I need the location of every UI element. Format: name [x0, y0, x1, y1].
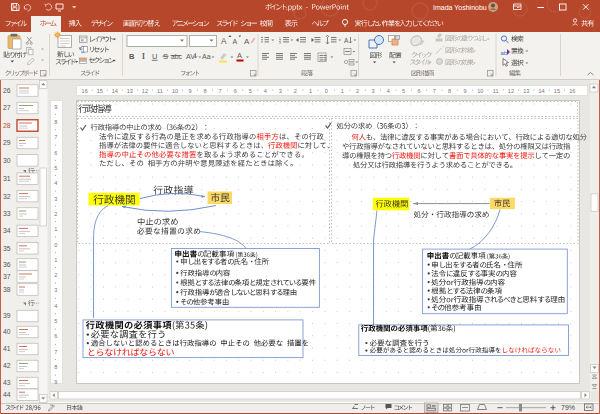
svg-text:42: 42 — [3, 362, 11, 369]
svg-text:7: 7 — [54, 349, 57, 355]
svg-text:Imada Yoshinobu: Imada Yoshinobu — [433, 4, 487, 11]
svg-text:6: 6 — [54, 333, 57, 339]
svg-text:79%: 79% — [561, 404, 575, 411]
svg-text:B: B — [129, 52, 135, 61]
svg-text:3: 3 — [54, 287, 57, 293]
svg-text:30: 30 — [3, 157, 11, 164]
svg-text:9: 9 — [54, 104, 57, 110]
svg-text:6: 6 — [54, 150, 57, 156]
svg-text:3: 3 — [279, 88, 282, 94]
svg-text:4: 4 — [54, 180, 57, 186]
svg-text:41: 41 — [3, 345, 11, 352]
svg-text:40: 40 — [3, 328, 11, 335]
svg-text:7: 7 — [54, 134, 57, 140]
svg-text:7: 7 — [219, 88, 222, 94]
svg-text:2: 2 — [54, 211, 57, 217]
svg-text:5: 5 — [249, 88, 252, 94]
svg-text:9: 9 — [54, 379, 57, 385]
svg-text:35: 35 — [3, 245, 11, 252]
svg-text:9: 9 — [188, 88, 191, 94]
svg-text:15: 15 — [97, 88, 103, 94]
svg-text:4: 4 — [54, 303, 57, 309]
svg-text:4: 4 — [264, 88, 267, 94]
svg-text:37: 37 — [3, 273, 11, 280]
svg-text:7: 7 — [433, 88, 436, 94]
svg-text:4: 4 — [387, 88, 390, 94]
svg-text:12: 12 — [508, 88, 514, 94]
svg-text:1: 1 — [54, 226, 57, 232]
svg-text:3: 3 — [371, 88, 374, 94]
svg-text:26: 26 — [3, 87, 11, 94]
svg-text:16: 16 — [82, 88, 88, 94]
svg-text:Aa: Aa — [202, 53, 211, 60]
svg-text:8: 8 — [54, 364, 57, 370]
svg-text:6: 6 — [417, 88, 420, 94]
svg-text:3: 3 — [279, 41, 281, 45]
svg-text:11: 11 — [157, 88, 163, 94]
svg-text:14: 14 — [112, 88, 118, 94]
svg-text:14: 14 — [539, 88, 545, 94]
svg-text:A: A — [233, 38, 238, 45]
svg-text:36: 36 — [3, 261, 11, 268]
svg-text:U: U — [152, 52, 157, 61]
svg-text:13: 13 — [127, 88, 133, 94]
svg-text:10: 10 — [477, 88, 483, 94]
svg-text:39: 39 — [3, 312, 11, 319]
svg-text:abc: abc — [171, 53, 183, 60]
svg-text:10: 10 — [172, 88, 178, 94]
svg-text:5: 5 — [54, 318, 57, 324]
svg-text:2: 2 — [54, 272, 57, 278]
svg-text:6: 6 — [234, 88, 237, 94]
svg-text:8: 8 — [54, 119, 57, 125]
svg-text:3: 3 — [54, 196, 57, 202]
svg-text:A: A — [344, 37, 349, 44]
svg-text:15: 15 — [554, 88, 560, 94]
svg-text:A: A — [244, 37, 250, 46]
svg-text:34: 34 — [3, 227, 11, 234]
svg-text:11: 11 — [493, 88, 499, 94]
svg-text:44: 44 — [3, 391, 11, 398]
svg-text:0: 0 — [325, 88, 328, 94]
svg-text:2: 2 — [294, 88, 297, 94]
svg-text:8: 8 — [448, 88, 451, 94]
svg-text:1: 1 — [341, 88, 344, 94]
svg-text:1: 1 — [54, 257, 57, 263]
svg-text:38: 38 — [3, 286, 11, 293]
svg-text:5: 5 — [54, 165, 57, 171]
svg-text:16: 16 — [569, 88, 575, 94]
svg-text:2: 2 — [356, 88, 359, 94]
svg-text:32: 32 — [3, 193, 11, 200]
svg-text:28: 28 — [3, 122, 11, 129]
svg-text:1: 1 — [309, 88, 312, 94]
svg-text:0: 0 — [54, 242, 57, 248]
svg-text:29: 29 — [3, 139, 11, 146]
svg-text:AV: AV — [186, 53, 195, 60]
svg-text:5: 5 — [402, 88, 405, 94]
svg-text:8: 8 — [204, 88, 207, 94]
svg-text:ab: ab — [501, 50, 508, 56]
svg-text:A: A — [237, 51, 242, 60]
svg-text:13: 13 — [523, 88, 529, 94]
svg-text:12: 12 — [142, 88, 148, 94]
svg-text:43: 43 — [3, 379, 11, 386]
svg-text:31: 31 — [3, 175, 11, 182]
svg-text:A: A — [221, 37, 227, 46]
svg-text:27: 27 — [3, 104, 11, 111]
svg-text:I: I — [142, 52, 145, 61]
svg-text:33: 33 — [3, 210, 11, 217]
svg-text:9: 9 — [463, 88, 466, 94]
